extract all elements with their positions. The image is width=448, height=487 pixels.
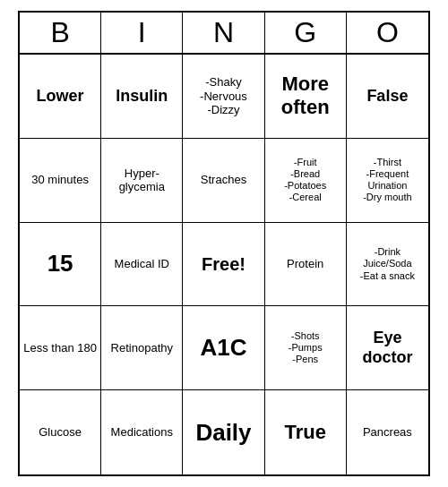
header-letter: I	[101, 13, 183, 53]
bingo-cell-15: Less than 180	[20, 306, 101, 390]
bingo-cell-2: -Shaky -Nervous -Dizzy	[183, 55, 264, 139]
bingo-cell-3: More often	[265, 55, 347, 139]
bingo-cell-19: Eye doctor	[347, 306, 428, 390]
bingo-cell-8: -Fruit -Bread -Potatoes -Cereal	[265, 139, 347, 223]
bingo-header: BINGO	[20, 13, 428, 55]
bingo-cell-9: -Thirst -Frequent Urination -Dry mouth	[347, 139, 428, 223]
bingo-cell-4: False	[347, 55, 428, 139]
header-letter: O	[347, 13, 428, 53]
bingo-cell-21: Medications	[101, 390, 183, 474]
header-letter: N	[183, 13, 264, 53]
bingo-cell-5: 30 minutes	[20, 139, 101, 223]
bingo-cell-17: A1C	[183, 306, 264, 390]
bingo-cell-14: -Drink Juice/Soda -Eat a snack	[347, 223, 428, 307]
bingo-cell-20: Glucose	[20, 390, 101, 474]
bingo-cell-1: Insulin	[101, 55, 183, 139]
bingo-cell-16: Retinopathy	[101, 306, 183, 390]
bingo-cell-23: True	[265, 390, 347, 474]
bingo-card: BINGO LowerInsulin-Shaky -Nervous -Dizzy…	[18, 11, 430, 476]
bingo-cell-7: Straches	[183, 139, 264, 223]
bingo-cell-11: Medical ID	[101, 223, 183, 307]
bingo-cell-22: Daily	[183, 390, 264, 474]
bingo-cell-13: Protein	[265, 223, 347, 307]
bingo-cell-0: Lower	[20, 55, 101, 139]
bingo-body: LowerInsulin-Shaky -Nervous -DizzyMore o…	[20, 55, 428, 474]
bingo-cell-24: Pancreas	[347, 390, 428, 474]
header-letter: G	[265, 13, 347, 53]
header-letter: B	[20, 13, 101, 53]
bingo-cell-18: -Shots -Pumps -Pens	[265, 306, 347, 390]
bingo-cell-10: 15	[20, 223, 101, 307]
bingo-cell-12: Free!	[183, 223, 264, 307]
bingo-cell-6: Hyper-glycemia	[101, 139, 183, 223]
